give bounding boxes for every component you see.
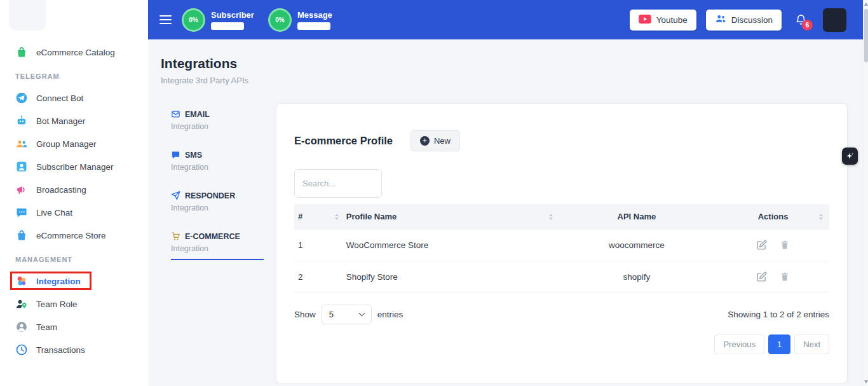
row-number: 2 bbox=[294, 261, 342, 293]
page-title: Integrations bbox=[161, 56, 848, 71]
show-label: Show bbox=[294, 310, 316, 319]
search-input[interactable] bbox=[294, 169, 382, 198]
previous-page-button[interactable]: Previous bbox=[714, 334, 764, 354]
sidebar-item-label: Transactions bbox=[36, 345, 85, 355]
delete-button[interactable] bbox=[778, 238, 791, 252]
tab-email-integration[interactable]: EMAIL Integration bbox=[171, 109, 264, 137]
column-header-number[interactable]: # bbox=[294, 204, 342, 230]
edit-icon bbox=[756, 272, 767, 282]
message-stat-label: Message bbox=[297, 10, 332, 20]
profiles-table: # Profile Name A bbox=[294, 204, 829, 293]
sort-icon bbox=[335, 214, 339, 220]
integration-tabs: EMAIL Integration SMS Integration bbox=[171, 103, 264, 260]
scroll-up-arrow-icon[interactable] bbox=[864, 3, 868, 6]
sms-icon bbox=[171, 150, 180, 160]
discussion-button-label: Discussion bbox=[731, 15, 773, 25]
shopping-bag-blue-icon bbox=[15, 229, 28, 242]
youtube-button[interactable]: Youtube bbox=[630, 10, 696, 31]
edit-button[interactable] bbox=[755, 238, 768, 252]
integration-icon bbox=[15, 275, 28, 287]
sidebar-item-live-chat[interactable]: Live Chat bbox=[0, 201, 148, 224]
avatar[interactable] bbox=[823, 8, 846, 32]
discussion-button[interactable]: Discussion bbox=[706, 10, 782, 31]
message-stat: 0% Message bbox=[268, 8, 332, 32]
sidebar-item-transactions[interactable]: Transactions bbox=[0, 338, 148, 361]
edit-button[interactable] bbox=[755, 270, 768, 284]
actions-cell bbox=[717, 261, 829, 293]
entries-per-page-select[interactable]: 5 bbox=[322, 305, 372, 324]
tab-ecommerce-integration[interactable]: E-COMMERCE Integration bbox=[171, 231, 264, 260]
sidebar-item-bot-manager[interactable]: Bot Manager bbox=[0, 109, 148, 132]
new-profile-button[interactable]: + New bbox=[410, 130, 460, 151]
sidebar-item-connect-bot[interactable]: Connect Bot bbox=[0, 86, 148, 109]
youtube-icon bbox=[639, 15, 651, 25]
subscriber-stat-label: Subscriber bbox=[211, 10, 254, 20]
sidebar: eCommerce Catalog TELEGRAM Connect Bot B… bbox=[0, 0, 148, 386]
chat-bubble-icon bbox=[15, 206, 28, 219]
page-subtitle: Integrate 3rd Party APIs bbox=[161, 76, 848, 85]
column-header-actions[interactable]: Actions bbox=[717, 204, 829, 230]
tab-title: EMAIL bbox=[185, 110, 210, 119]
topbar-actions: Youtube Discussion 6 bbox=[630, 8, 846, 32]
robot-icon bbox=[15, 114, 28, 127]
sidebar-item-group-manager[interactable]: Group Manager bbox=[0, 132, 148, 155]
assistant-fab[interactable] bbox=[842, 148, 858, 165]
sidebar-item-label: Live Chat bbox=[36, 208, 72, 217]
sidebar-item-label: Team Role bbox=[36, 300, 78, 309]
sidebar-item-ecommerce-store[interactable]: eCommerce Store bbox=[0, 224, 148, 247]
tab-subtitle: Integration bbox=[171, 122, 264, 131]
sidebar-item-team[interactable]: Team bbox=[0, 315, 148, 338]
sidebar-item-label: Broadcasting bbox=[36, 185, 86, 195]
page-1-button[interactable]: 1 bbox=[768, 334, 790, 354]
tab-subtitle: Integration bbox=[171, 163, 264, 172]
sidebar-section-telegram: TELEGRAM bbox=[0, 72, 148, 80]
scroll-down-arrow-icon[interactable] bbox=[864, 380, 868, 383]
row-number: 1 bbox=[294, 230, 342, 261]
youtube-button-label: Youtube bbox=[656, 15, 688, 25]
edit-icon bbox=[756, 240, 767, 251]
table-header-row: # Profile Name A bbox=[294, 204, 829, 230]
sidebar-item-label: Bot Manager bbox=[36, 116, 85, 126]
sidebar-item-subscriber-manager[interactable]: Subscriber Manager bbox=[0, 155, 148, 178]
plus-icon: + bbox=[420, 136, 430, 146]
table-row: 1 WooCommerce Store woocommerce bbox=[294, 230, 829, 261]
profile-name-cell: Shopify Store bbox=[342, 261, 557, 293]
next-page-button[interactable]: Next bbox=[794, 334, 829, 354]
sidebar-item-broadcasting[interactable]: Broadcasting bbox=[0, 178, 148, 201]
message-progress-ring: 0% bbox=[268, 8, 292, 32]
sort-icon bbox=[819, 214, 823, 220]
delete-button[interactable] bbox=[778, 270, 791, 284]
scrollbar-thumb[interactable] bbox=[864, 9, 868, 62]
sidebar-item-team-role[interactable]: Team Role bbox=[0, 293, 148, 315]
sidebar-item-label: Connect Bot bbox=[36, 93, 83, 103]
entries-label: entries bbox=[377, 310, 403, 319]
discussion-icon bbox=[715, 14, 726, 25]
person-pin-icon bbox=[15, 298, 28, 310]
entries-summary: Showing 1 to 2 of 2 entries bbox=[728, 310, 829, 319]
ecommerce-profile-card: E-commerce Profile + New bbox=[276, 103, 848, 384]
subscriber-progress-ring: 0% bbox=[182, 8, 205, 32]
notifications-bell[interactable]: 6 bbox=[795, 13, 807, 26]
logo-area bbox=[0, 0, 148, 41]
notification-count-badge: 6 bbox=[802, 20, 813, 31]
tab-sms-integration[interactable]: SMS Integration bbox=[171, 150, 264, 177]
trash-icon bbox=[780, 240, 790, 251]
redacted-value bbox=[297, 22, 330, 30]
vertical-scrollbar[interactable] bbox=[863, 0, 868, 386]
cart-icon bbox=[171, 231, 180, 241]
sidebar-item-integration[interactable]: Integration bbox=[0, 270, 148, 293]
tab-responder-integration[interactable]: RESPONDER Integration bbox=[171, 191, 264, 218]
profile-name-cell: WooCommerce Store bbox=[342, 230, 557, 261]
sparkle-icon bbox=[845, 151, 855, 161]
sort-icon bbox=[549, 214, 553, 220]
menu-toggle-icon[interactable] bbox=[159, 15, 172, 24]
column-header-profile-name[interactable]: Profile Name bbox=[342, 204, 557, 230]
table-footer: Show 5 entries Showing 1 to 2 of 2 entri… bbox=[294, 305, 829, 324]
actions-cell bbox=[717, 230, 829, 261]
sidebar-item-label: Subscriber Manager bbox=[36, 162, 114, 172]
subscriber-icon bbox=[15, 160, 28, 173]
app-root: eCommerce Catalog TELEGRAM Connect Bot B… bbox=[0, 0, 868, 386]
sidebar-item-ecommerce-catalog[interactable]: eCommerce Catalog bbox=[0, 41, 148, 64]
sidebar-section-management: MANAGEMENT bbox=[0, 256, 148, 263]
column-header-api-name[interactable]: API Name bbox=[557, 204, 717, 230]
